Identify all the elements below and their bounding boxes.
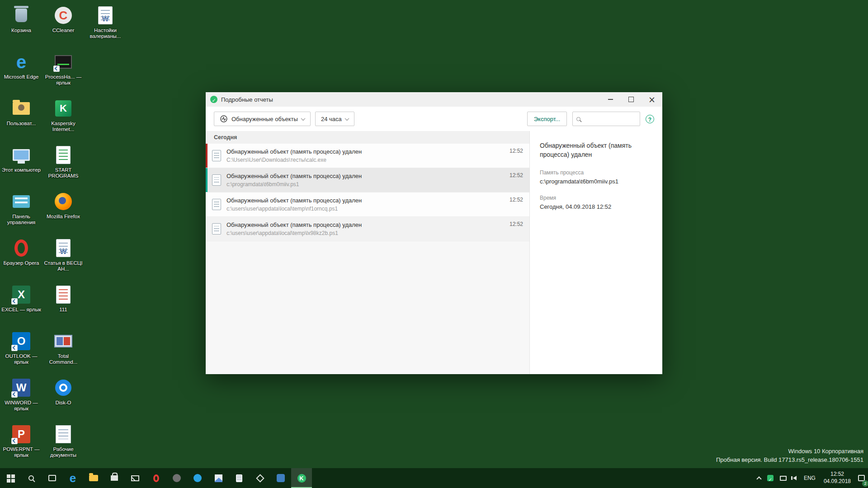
desktop-icon-label: WINWORD — ярлык bbox=[1, 400, 42, 412]
document-icon bbox=[212, 174, 221, 186]
desktop-icon-label: Disk-O bbox=[43, 400, 84, 406]
taskbar-file-explorer[interactable] bbox=[83, 468, 104, 488]
report-list-item[interactable]: Обнаруженный объект (память процесса) уд… bbox=[206, 168, 529, 192]
desktop-icon-powerpoint[interactable]: POWERPNT — ярлык bbox=[1, 423, 42, 458]
watermark-line1: Windows 10 Корпоративная bbox=[716, 447, 863, 456]
report-list-item[interactable]: Обнаруженный объект (память процесса) уд… bbox=[206, 192, 529, 217]
item-path: c:\users\user\appdata\local\temp\nf1ornc… bbox=[226, 206, 362, 212]
document-icon bbox=[212, 150, 221, 161]
desktop-icon-ccleaner[interactable]: CCleaner bbox=[43, 5, 84, 33]
search-box[interactable] bbox=[572, 112, 640, 126]
desktop-icon-control-panel[interactable]: Панель управления bbox=[1, 191, 42, 225]
taskbar-opera[interactable] bbox=[146, 468, 166, 488]
desktop-icon-this-pc[interactable]: Этот компьютер bbox=[1, 144, 42, 173]
total-commander-icon bbox=[52, 330, 74, 352]
taskbar-app-blue[interactable] bbox=[187, 468, 208, 488]
search-icon bbox=[576, 117, 580, 121]
system-tray: ENG 12:52 04.09.2018 2 bbox=[754, 468, 868, 488]
firefox-icon bbox=[52, 191, 74, 212]
close-button[interactable] bbox=[642, 92, 662, 107]
desktop-icon-work-documents[interactable]: Рабочие документы bbox=[43, 423, 84, 458]
desktop-icon-111[interactable]: 111 bbox=[43, 284, 84, 313]
task-view-button[interactable] bbox=[42, 468, 62, 488]
desktop-icon-outlook[interactable]: OUTLOOK — ярлык bbox=[1, 330, 42, 365]
app-icon bbox=[173, 474, 181, 482]
help-icon[interactable] bbox=[646, 115, 654, 123]
desktop-icon-start-programs[interactable]: START PROGRAMS bbox=[43, 144, 84, 179]
user-folder-icon bbox=[10, 98, 32, 119]
taskbar-edge[interactable] bbox=[62, 468, 83, 488]
tray-kaspersky[interactable] bbox=[764, 468, 777, 488]
severity-marker bbox=[206, 144, 208, 168]
details-field-label: Память процесса bbox=[540, 169, 653, 176]
report-list-item[interactable]: Обнаруженный объект (память процесса) уд… bbox=[206, 217, 529, 241]
desktop-icon-user-folder[interactable]: Пользоват... bbox=[1, 98, 42, 127]
excel-icon bbox=[10, 284, 32, 305]
action-center-button[interactable]: 2 bbox=[855, 468, 868, 488]
toolbar-right-group: Экспорт... bbox=[527, 112, 654, 126]
notification-badge: 2 bbox=[862, 480, 868, 487]
desktop-icon-firefox[interactable]: Mozilla Firefox bbox=[43, 191, 84, 220]
start-button[interactable] bbox=[0, 468, 21, 488]
window-title: Подробные отчеты bbox=[221, 96, 273, 103]
taskbar-3d-viewer[interactable] bbox=[250, 468, 270, 488]
desktop-icon-label: ProcessHa... — ярлык bbox=[43, 74, 84, 86]
edge-icon bbox=[10, 51, 32, 73]
show-hidden-icons-button[interactable] bbox=[754, 468, 764, 488]
taskbar-document-app[interactable] bbox=[229, 468, 250, 488]
taskbar: ENG 12:52 04.09.2018 2 bbox=[0, 468, 868, 488]
export-button[interactable]: Экспорт... bbox=[527, 112, 567, 126]
item-path: C:\Users\User\Downloads\тесты\calc.exe bbox=[226, 157, 362, 163]
kaspersky-icon bbox=[297, 474, 306, 483]
desktop-icon-opera[interactable]: Браузер Opera bbox=[1, 237, 42, 266]
cube-icon bbox=[256, 474, 264, 482]
details-title: Обнаруженный объект (память процесса) уд… bbox=[540, 141, 653, 160]
search-input[interactable] bbox=[584, 116, 636, 122]
language-indicator[interactable]: ENG bbox=[800, 468, 820, 488]
report-type-label: Обнаруженные объекты bbox=[231, 116, 298, 122]
desktop-icon-total-commander[interactable]: Total Command... bbox=[43, 330, 84, 365]
file-explorer-icon bbox=[89, 475, 98, 481]
document-icon bbox=[52, 284, 74, 305]
desktop-icon-label: Microsoft Edge bbox=[1, 74, 42, 80]
titlebar[interactable]: Подробные отчеты bbox=[206, 92, 662, 107]
kaspersky-shield-icon bbox=[767, 475, 774, 481]
item-text: Обнаруженный объект (память процесса) уд… bbox=[226, 221, 362, 236]
process-hacker-icon bbox=[52, 51, 74, 73]
maximize-button[interactable] bbox=[621, 92, 642, 107]
desktop-icon-valerian-doc[interactable]: Настойки валерианы... bbox=[85, 5, 126, 39]
desktop-icon-edge[interactable]: Microsoft Edge bbox=[1, 51, 42, 80]
speaker-icon bbox=[793, 476, 797, 480]
desktop-icon-excel[interactable]: EXCEL — ярлык bbox=[1, 284, 42, 313]
taskbar-app-misc[interactable] bbox=[270, 468, 291, 488]
store-icon bbox=[111, 475, 118, 481]
control-panel-icon bbox=[10, 191, 32, 212]
report-list-item[interactable]: Обнаруженный объект (память процесса) уд… bbox=[206, 144, 529, 168]
desktop-icon-winword[interactable]: WINWORD — ярлык bbox=[1, 377, 42, 412]
minimize-button[interactable] bbox=[600, 92, 621, 107]
desktop-icon-disk-o[interactable]: Disk-O bbox=[43, 377, 84, 406]
tray-display[interactable] bbox=[777, 468, 790, 488]
reports-toolbar: Обнаруженные объекты 24 часа Экспорт... bbox=[206, 107, 662, 131]
report-list-pane: Сегодня Обнаруженный объект (память проц… bbox=[206, 131, 530, 374]
item-title: Обнаруженный объект (память процесса) уд… bbox=[226, 173, 362, 179]
desktop-icon-label: Этот компьютер bbox=[1, 167, 42, 173]
taskbar-kaspersky-active[interactable] bbox=[291, 468, 312, 488]
desktop-icon-process-hacker[interactable]: ProcessHa... — ярлык bbox=[43, 51, 84, 86]
item-time: 12:52 bbox=[506, 168, 529, 178]
taskbar-photos[interactable] bbox=[208, 468, 229, 488]
taskbar-mail[interactable] bbox=[125, 468, 146, 488]
recycle-bin-icon bbox=[10, 5, 32, 26]
desktop-icon-kaspersky[interactable]: Kaspersky Internet... bbox=[43, 98, 84, 132]
taskbar-store[interactable] bbox=[104, 468, 125, 488]
taskbar-app-gray[interactable] bbox=[166, 468, 187, 488]
window-controls bbox=[600, 92, 662, 107]
desktop-icon-recycle-bin[interactable]: Корзина bbox=[1, 5, 42, 33]
taskbar-search-button[interactable] bbox=[21, 468, 42, 488]
tray-volume[interactable] bbox=[790, 468, 800, 488]
computer-icon bbox=[10, 144, 32, 166]
period-dropdown[interactable]: 24 часа bbox=[315, 112, 354, 126]
clock[interactable]: 12:52 04.09.2018 bbox=[820, 471, 855, 485]
desktop-icon-article-doc[interactable]: Статья в ВЕСЦІ АН... bbox=[43, 237, 84, 272]
report-type-dropdown[interactable]: Обнаруженные объекты bbox=[214, 112, 311, 126]
